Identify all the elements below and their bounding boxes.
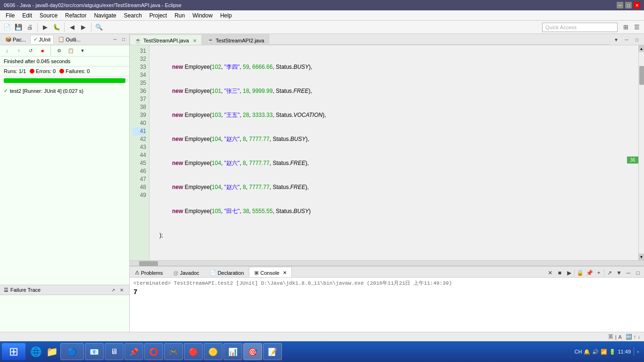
- javadoc-icon: @: [173, 270, 178, 276]
- taskbar-chrome[interactable]: 🔵: [60, 343, 84, 360]
- close-tab-1[interactable]: ✕: [193, 38, 197, 43]
- tree-item-test2[interactable]: ✓ test2 [Runner: JUnit 4] (0.027 s): [2, 87, 127, 95]
- line-num-36: 36: [132, 87, 146, 95]
- print-button[interactable]: 🖨: [25, 22, 35, 33]
- right-panel-wrapper: ☕ TestStreamAPI.java ✕ ☕ TestStreamAPI2.…: [130, 34, 644, 341]
- close-console-button[interactable]: ✕: [283, 270, 287, 275]
- save-button[interactable]: 💾: [13, 22, 24, 33]
- line-numbers: 31 32 33 34 35 36 37 38 39 40 41 42 43 4…: [130, 45, 149, 260]
- tray-icon4[interactable]: 🔋: [609, 349, 616, 355]
- search-button[interactable]: 🔍: [94, 22, 104, 33]
- tab-package-explorer[interactable]: 📦 Pac...: [2, 35, 29, 44]
- taskbar-app7[interactable]: 🟡: [204, 343, 223, 360]
- h-scroll-thumb[interactable]: [139, 261, 158, 266]
- explorer-icon: 📁: [46, 346, 58, 357]
- close-button[interactable]: ✕: [634, 2, 640, 8]
- menu-edit[interactable]: Edit: [18, 11, 36, 20]
- forward-button[interactable]: ▶: [78, 22, 89, 33]
- minimize-console-button[interactable]: ─: [624, 269, 633, 277]
- taskbar-ie[interactable]: 🌐: [28, 344, 43, 359]
- app2-icon: 🖥: [110, 347, 118, 356]
- line-num-34: 34: [132, 71, 146, 79]
- failures-label: Failures:: [66, 68, 85, 74]
- terminate-button[interactable]: ■: [555, 269, 564, 277]
- scroll-down-button[interactable]: ▼: [639, 254, 644, 260]
- taskbar-app4[interactable]: ⭕: [144, 343, 163, 360]
- menu-file[interactable]: File: [2, 11, 18, 20]
- show-desktop-button[interactable]: ▫: [634, 347, 642, 356]
- failure-trace-close[interactable]: ✕: [118, 286, 125, 294]
- tab-javadoc[interactable]: @ Javadoc: [168, 267, 204, 277]
- menu-project[interactable]: Project: [146, 11, 171, 20]
- tab-declaration[interactable]: 📄 Declaration: [205, 267, 249, 277]
- scroll-up-button[interactable]: ▲: [639, 45, 644, 52]
- menu-button[interactable]: ▼: [77, 46, 88, 56]
- menu-run[interactable]: Run: [171, 11, 189, 20]
- taskbar-app6[interactable]: 🔴: [184, 343, 203, 360]
- tab-problems[interactable]: ⚠ Problems: [130, 267, 168, 277]
- debug-button[interactable]: 🐛: [51, 22, 62, 33]
- clear-console-button[interactable]: ✕: [546, 269, 554, 277]
- taskbar-word[interactable]: 📝: [263, 343, 282, 360]
- tab-list-button[interactable]: ▼: [611, 34, 621, 45]
- new-console-button[interactable]: +: [594, 269, 603, 277]
- perspective-button[interactable]: ⊞: [620, 22, 631, 33]
- scroll-thumb[interactable]: [639, 66, 644, 85]
- pin-console-button[interactable]: 📌: [585, 269, 594, 277]
- menu-search[interactable]: Search: [120, 11, 146, 20]
- menu-refactor[interactable]: Refactor: [61, 11, 90, 20]
- green-marker: 36: [627, 156, 638, 164]
- taskbar-app3[interactable]: 📌: [124, 343, 143, 360]
- failure-trace-expand[interactable]: ↗: [109, 286, 117, 294]
- horizontal-scrollbar[interactable]: [130, 260, 644, 266]
- new-button[interactable]: 📄: [2, 22, 12, 33]
- filter-button[interactable]: ⚙: [54, 46, 64, 56]
- prev-failure-button[interactable]: ↑: [14, 46, 24, 56]
- rerun-button[interactable]: ↺: [25, 46, 36, 56]
- tray-icon2[interactable]: 🔊: [592, 349, 599, 355]
- taskbar-app5[interactable]: 🎮: [164, 343, 183, 360]
- next-failure-button[interactable]: ↓: [2, 46, 12, 56]
- line-num-45: 45: [132, 159, 146, 167]
- tab-outline[interactable]: 📋 Outli...: [55, 35, 84, 44]
- maximize-console-button[interactable]: □: [634, 269, 642, 277]
- history-button[interactable]: 📋: [66, 46, 76, 56]
- back-button[interactable]: ◀: [67, 22, 77, 33]
- menu-help[interactable]: Help: [216, 11, 236, 20]
- console-icon: ▣: [254, 270, 259, 276]
- start-button[interactable]: ⊞: [2, 343, 25, 360]
- menu-window[interactable]: Window: [189, 11, 216, 20]
- taskbar-app9[interactable]: 🎯: [243, 343, 262, 360]
- menu-navigate[interactable]: Navigate: [90, 11, 120, 20]
- view-button[interactable]: ☰: [632, 22, 642, 33]
- maximize-editor-button[interactable]: □: [632, 34, 642, 45]
- maximize-button[interactable]: □: [625, 2, 632, 8]
- tab-teststream-api[interactable]: ☕ TestStreamAPI.java ✕: [130, 34, 202, 45]
- failure-icon: [59, 69, 64, 74]
- open-console-button[interactable]: ↗: [605, 269, 614, 277]
- vertical-scrollbar[interactable]: ▲ ▼: [638, 45, 644, 260]
- scroll-lock-button[interactable]: 🔒: [576, 269, 584, 277]
- tab-teststream-api2[interactable]: ☕ TestStreamAPI2.java: [202, 34, 270, 45]
- taskbar-app1[interactable]: 📧: [85, 343, 104, 360]
- minimize-editor-button[interactable]: ─: [621, 34, 632, 45]
- taskbar-app2[interactable]: 🖥: [105, 343, 124, 360]
- tab-console[interactable]: ▣ Console ✕: [249, 267, 291, 277]
- minimize-view-button[interactable]: ─: [111, 36, 119, 43]
- minimize-button[interactable]: ─: [617, 2, 623, 8]
- code-content[interactable]: new Employee(102, "李四", 59, 6666.66, Sta…: [149, 45, 638, 260]
- stop-button[interactable]: ■: [37, 46, 48, 56]
- maximize-view-button[interactable]: □: [120, 36, 127, 43]
- taskbar-app8[interactable]: 📊: [223, 343, 242, 360]
- console-menu-button[interactable]: ▼: [615, 269, 623, 277]
- tray-icon1[interactable]: 🔔: [584, 349, 590, 355]
- tab-junit[interactable]: ✓ JUnit: [30, 35, 54, 44]
- title-bar-controls[interactable]: ─ □ ✕: [617, 2, 640, 8]
- finished-text: Finished after 0.045 seconds: [4, 58, 70, 64]
- run-last-button[interactable]: ▶: [40, 22, 50, 33]
- menu-source[interactable]: Source: [36, 11, 61, 20]
- tray-icon3[interactable]: 📶: [601, 349, 607, 355]
- run-last-launch-button[interactable]: ▶: [565, 269, 573, 277]
- taskbar-explorer[interactable]: 📁: [44, 344, 59, 359]
- line-num-40: 40: [132, 119, 146, 127]
